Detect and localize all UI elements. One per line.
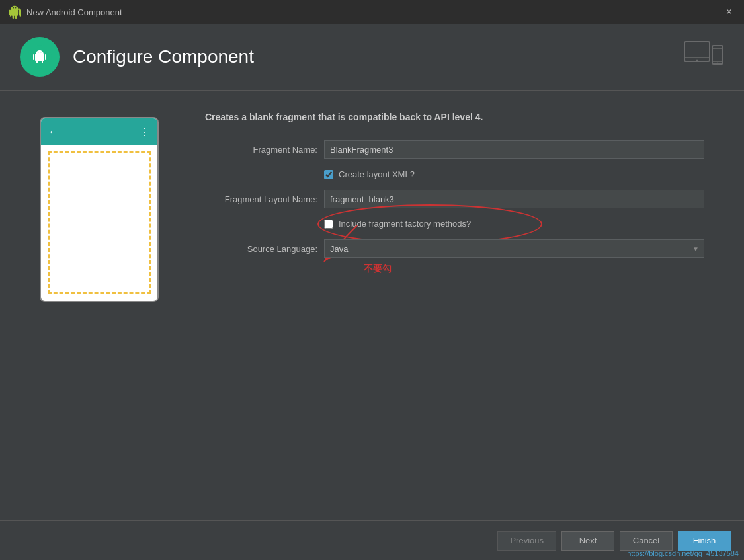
close-button[interactable]: ×: [722, 5, 736, 19]
window-title: New Android Component: [26, 7, 122, 17]
url-hint: https://blog.csdn.net/qq_45137584: [622, 547, 744, 560]
create-layout-row: Create layout XML?: [324, 169, 704, 179]
fragment-name-label: Fragment Name:: [205, 145, 317, 155]
phone-frame: ← ⋮: [40, 117, 159, 302]
fragment-name-input[interactable]: [324, 140, 704, 159]
phone-top-bar: ← ⋮: [41, 118, 157, 145]
svg-rect-1: [684, 42, 710, 61]
phone-menu-icon: ⋮: [140, 126, 151, 138]
phone-back-arrow-icon: ←: [48, 125, 60, 139]
fragment-layout-row: Fragment Layout Name:: [205, 190, 704, 208]
phone-preview: ← ⋮: [40, 110, 165, 501]
header-left: Configure Component: [20, 37, 254, 77]
previous-button[interactable]: Previous: [497, 531, 556, 551]
page-title: Configure Component: [73, 46, 254, 67]
fragment-name-row: Fragment Name:: [205, 140, 704, 159]
annotation-text: 不要勾: [364, 263, 392, 275]
svg-point-3: [696, 60, 698, 61]
source-language-row: Source Language: Java Kotlin ▼: [205, 239, 704, 258]
main-content: ← ⋮ Creates a blank fragment that is com…: [0, 91, 744, 521]
android-logo: [20, 37, 60, 77]
header: Configure Component: [0, 24, 744, 91]
device-icons: [684, 40, 724, 73]
phone-content-area: [48, 151, 151, 294]
form-area: Creates a blank fragment that is compati…: [205, 110, 704, 501]
create-layout-label: Create layout XML?: [339, 169, 415, 179]
factory-methods-label: Include fragment factory methods?: [339, 219, 471, 229]
source-language-label: Source Language:: [205, 244, 317, 254]
title-bar: New Android Component ×: [0, 0, 744, 24]
svg-point-7: [717, 63, 719, 65]
create-layout-checkbox[interactable]: [324, 170, 333, 179]
factory-methods-checkbox[interactable]: [324, 220, 333, 229]
title-bar-left: New Android Component: [8, 5, 122, 19]
next-button[interactable]: Next: [561, 531, 614, 551]
source-language-wrapper: Java Kotlin ▼: [324, 239, 704, 258]
android-small-icon: [8, 5, 21, 19]
android-logo-icon: [26, 44, 53, 70]
tablet-phone-icons: [684, 40, 724, 73]
fragment-layout-label: Fragment Layout Name:: [205, 194, 317, 204]
fragment-layout-input[interactable]: [324, 190, 704, 208]
description-text: Creates a blank fragment that is compati…: [205, 110, 704, 124]
factory-methods-row: Include fragment factory methods? 不要勾: [324, 219, 704, 229]
source-language-select[interactable]: Java Kotlin: [324, 239, 704, 258]
